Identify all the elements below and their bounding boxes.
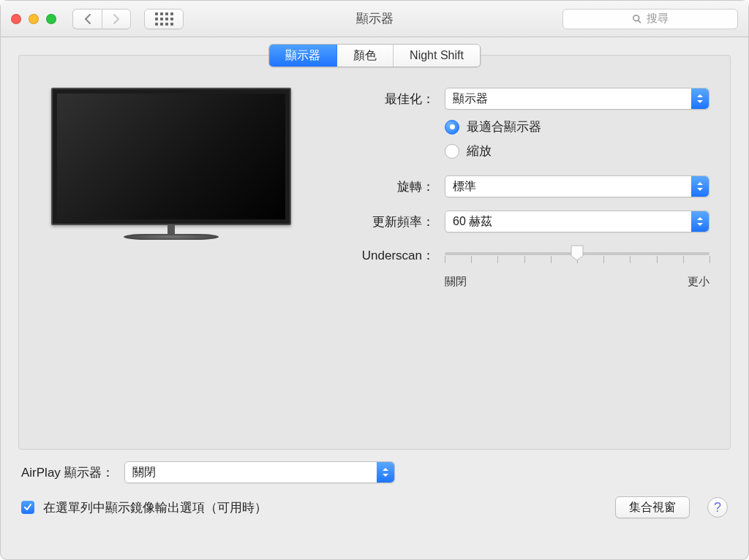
refresh-popup[interactable]: 60 赫茲	[445, 211, 710, 232]
optimize-label: 最佳化：	[332, 91, 434, 107]
chevron-updown-icon	[691, 176, 709, 197]
underscan-slider[interactable]	[445, 246, 710, 260]
resolution-scaled-label: 縮放	[467, 143, 492, 159]
zoom-window-button[interactable]	[46, 14, 56, 24]
search-icon	[632, 14, 642, 24]
underscan-label: Underscan：	[332, 247, 434, 264]
underscan-max-label: 更小	[688, 275, 710, 289]
resolution-best-radio[interactable]: 最適合顯示器	[445, 118, 710, 135]
tab-night-shift[interactable]: Night Shift	[394, 45, 480, 67]
minimize-window-button[interactable]	[29, 14, 39, 24]
resolution-scaled-radio[interactable]: 縮放	[445, 143, 710, 159]
optimize-popup[interactable]: 顯示器	[445, 88, 710, 110]
tab-display[interactable]: 顯示器	[269, 45, 337, 67]
refresh-value: 60 赫茲	[453, 214, 492, 230]
mirror-checkbox[interactable]	[21, 501, 34, 514]
help-button[interactable]: ?	[707, 497, 728, 518]
airplay-popup[interactable]: 關閉	[124, 461, 395, 483]
airplay-label: AirPlay 顯示器：	[21, 464, 114, 481]
preferences-window: 顯示器 搜尋 顯示器 顏色 Night Shift	[0, 0, 749, 560]
grid-icon	[155, 12, 173, 26]
check-icon	[23, 503, 32, 512]
chevron-updown-icon	[691, 211, 709, 232]
rotation-value: 標準	[453, 179, 476, 194]
titlebar: 顯示器 搜尋	[1, 1, 748, 37]
back-button[interactable]	[72, 9, 102, 29]
display-preview-icon	[51, 88, 291, 240]
forward-button[interactable]	[102, 9, 131, 29]
search-field[interactable]: 搜尋	[562, 9, 738, 29]
window-controls	[11, 14, 56, 24]
mirror-checkbox-label: 在選單列中顯示鏡像輸出選項（可用時）	[43, 499, 267, 516]
radio-unselected-icon	[445, 144, 459, 159]
refresh-label: 更新頻率：	[332, 213, 434, 230]
optimize-value: 顯示器	[453, 91, 488, 107]
gather-windows-button[interactable]: 集合視窗	[615, 496, 690, 518]
footer: AirPlay 顯示器： 關閉 在選單列中顯示鏡像輸出選項（可用時） 集合視窗 …	[1, 455, 748, 531]
close-window-button[interactable]	[11, 14, 21, 24]
tab-bar: 顯示器 顏色 Night Shift	[268, 44, 481, 67]
rotation-label: 旋轉：	[332, 178, 434, 195]
show-all-button[interactable]	[144, 9, 184, 29]
content-panel: 顯示器 顏色 Night Shift 最佳化：	[18, 55, 731, 450]
tab-color[interactable]: 顏色	[337, 45, 394, 67]
airplay-value: 關閉	[132, 465, 156, 480]
chevron-updown-icon	[377, 462, 394, 483]
toolbar-nav	[72, 9, 184, 29]
underscan-min-label: 關閉	[445, 275, 467, 289]
search-placeholder: 搜尋	[647, 12, 669, 26]
radio-selected-icon	[445, 120, 459, 135]
slider-thumb-icon[interactable]	[570, 244, 584, 262]
chevron-updown-icon	[691, 88, 709, 109]
resolution-best-label: 最適合顯示器	[467, 118, 541, 135]
rotation-popup[interactable]: 標準	[445, 175, 710, 197]
